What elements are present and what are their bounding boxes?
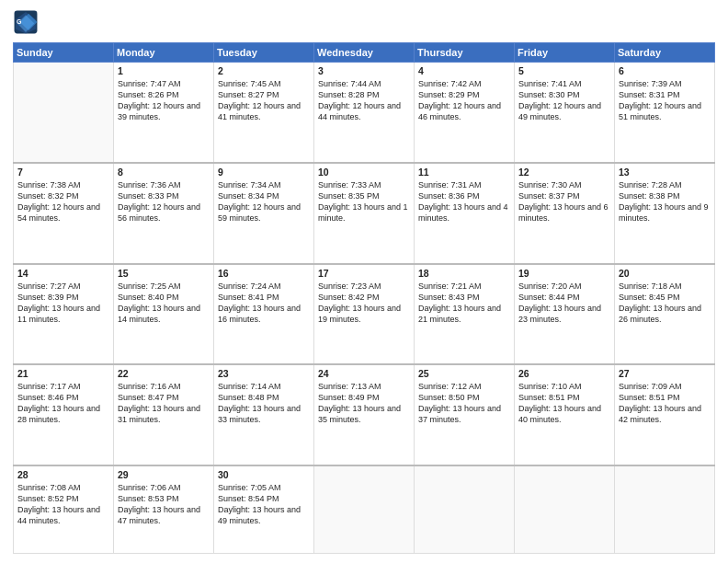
calendar-cell: 4Sunrise: 7:42 AM Sunset: 8:29 PM Daylig… <box>415 63 515 164</box>
weekday-header: Thursday <box>415 43 515 63</box>
calendar-cell: 17Sunrise: 7:23 AM Sunset: 8:42 PM Dayli… <box>314 264 415 365</box>
header: G <box>13 9 715 35</box>
calendar-cell: 9Sunrise: 7:34 AM Sunset: 8:34 PM Daylig… <box>214 163 314 264</box>
day-info: Sunrise: 7:42 AM Sunset: 8:29 PM Dayligh… <box>418 78 510 123</box>
day-info: Sunrise: 7:18 AM Sunset: 8:45 PM Dayligh… <box>619 281 711 326</box>
svg-text:G: G <box>17 18 22 25</box>
day-number: 23 <box>218 368 310 379</box>
calendar-cell <box>515 465 615 554</box>
day-number: 14 <box>17 268 109 279</box>
day-number: 13 <box>619 167 711 178</box>
day-info: Sunrise: 7:28 AM Sunset: 8:38 PM Dayligh… <box>619 179 711 224</box>
calendar-cell: 15Sunrise: 7:25 AM Sunset: 8:40 PM Dayli… <box>114 264 214 365</box>
day-number: 7 <box>17 167 109 178</box>
calendar-cell: 11Sunrise: 7:31 AM Sunset: 8:36 PM Dayli… <box>415 163 515 264</box>
calendar-cell <box>314 465 415 554</box>
day-info: Sunrise: 7:17 AM Sunset: 8:46 PM Dayligh… <box>17 381 109 426</box>
day-info: Sunrise: 7:31 AM Sunset: 8:36 PM Dayligh… <box>418 179 510 224</box>
calendar-cell: 23Sunrise: 7:14 AM Sunset: 8:48 PM Dayli… <box>214 364 314 465</box>
day-info: Sunrise: 7:33 AM Sunset: 8:35 PM Dayligh… <box>318 179 410 224</box>
day-info: Sunrise: 7:25 AM Sunset: 8:40 PM Dayligh… <box>118 281 210 326</box>
weekday-header: Monday <box>114 43 214 63</box>
calendar-cell: 30Sunrise: 7:05 AM Sunset: 8:54 PM Dayli… <box>214 465 314 554</box>
day-info: Sunrise: 7:30 AM Sunset: 8:37 PM Dayligh… <box>518 179 610 224</box>
day-info: Sunrise: 7:27 AM Sunset: 8:39 PM Dayligh… <box>17 281 109 326</box>
day-number: 11 <box>418 167 510 178</box>
calendar-week-row: 7Sunrise: 7:38 AM Sunset: 8:32 PM Daylig… <box>14 163 715 264</box>
weekday-header: Saturday <box>615 43 715 63</box>
calendar-week-row: 28Sunrise: 7:08 AM Sunset: 8:52 PM Dayli… <box>14 465 715 554</box>
day-number: 12 <box>518 167 610 178</box>
page: G SundayMondayTuesdayWednesdayThursdayFr… <box>0 0 728 563</box>
calendar-cell: 26Sunrise: 7:10 AM Sunset: 8:51 PM Dayli… <box>515 364 615 465</box>
day-info: Sunrise: 7:13 AM Sunset: 8:49 PM Dayligh… <box>318 381 410 426</box>
day-number: 9 <box>218 167 310 178</box>
day-number: 24 <box>318 368 410 379</box>
calendar-cell: 20Sunrise: 7:18 AM Sunset: 8:45 PM Dayli… <box>615 264 715 365</box>
day-number: 30 <box>218 469 310 480</box>
day-info: Sunrise: 7:47 AM Sunset: 8:26 PM Dayligh… <box>118 78 210 123</box>
day-info: Sunrise: 7:10 AM Sunset: 8:51 PM Dayligh… <box>518 381 610 426</box>
day-number: 8 <box>118 167 210 178</box>
calendar-cell: 7Sunrise: 7:38 AM Sunset: 8:32 PM Daylig… <box>14 163 114 264</box>
calendar-week-row: 21Sunrise: 7:17 AM Sunset: 8:46 PM Dayli… <box>14 364 715 465</box>
day-number: 17 <box>318 268 410 279</box>
day-number: 16 <box>218 268 310 279</box>
day-number: 2 <box>218 65 310 76</box>
day-number: 20 <box>619 268 711 279</box>
day-info: Sunrise: 7:34 AM Sunset: 8:34 PM Dayligh… <box>218 179 310 224</box>
weekday-header: Tuesday <box>214 43 314 63</box>
day-number: 29 <box>118 469 210 480</box>
day-number: 5 <box>518 65 610 76</box>
logo-icon: G <box>13 9 39 35</box>
day-info: Sunrise: 7:41 AM Sunset: 8:30 PM Dayligh… <box>518 78 610 123</box>
calendar-cell <box>14 63 114 164</box>
day-number: 10 <box>318 167 410 178</box>
calendar-cell: 28Sunrise: 7:08 AM Sunset: 8:52 PM Dayli… <box>14 465 114 554</box>
day-info: Sunrise: 7:05 AM Sunset: 8:54 PM Dayligh… <box>218 482 310 527</box>
calendar-cell: 8Sunrise: 7:36 AM Sunset: 8:33 PM Daylig… <box>114 163 214 264</box>
day-info: Sunrise: 7:06 AM Sunset: 8:53 PM Dayligh… <box>118 482 210 527</box>
calendar-cell: 2Sunrise: 7:45 AM Sunset: 8:27 PM Daylig… <box>214 63 314 164</box>
calendar-cell: 19Sunrise: 7:20 AM Sunset: 8:44 PM Dayli… <box>515 264 615 365</box>
day-number: 28 <box>17 469 109 480</box>
calendar-cell: 29Sunrise: 7:06 AM Sunset: 8:53 PM Dayli… <box>114 465 214 554</box>
day-info: Sunrise: 7:09 AM Sunset: 8:51 PM Dayligh… <box>619 381 711 426</box>
logo: G <box>13 9 42 35</box>
day-info: Sunrise: 7:21 AM Sunset: 8:43 PM Dayligh… <box>418 281 510 326</box>
day-number: 18 <box>418 268 510 279</box>
calendar-cell <box>615 465 715 554</box>
weekday-header: Friday <box>515 43 615 63</box>
calendar-cell: 6Sunrise: 7:39 AM Sunset: 8:31 PM Daylig… <box>615 63 715 164</box>
day-info: Sunrise: 7:20 AM Sunset: 8:44 PM Dayligh… <box>518 281 610 326</box>
calendar-cell: 13Sunrise: 7:28 AM Sunset: 8:38 PM Dayli… <box>615 163 715 264</box>
day-number: 1 <box>118 65 210 76</box>
calendar-cell: 27Sunrise: 7:09 AM Sunset: 8:51 PM Dayli… <box>615 364 715 465</box>
day-info: Sunrise: 7:36 AM Sunset: 8:33 PM Dayligh… <box>118 179 210 224</box>
calendar-cell <box>415 465 515 554</box>
calendar-week-row: 1Sunrise: 7:47 AM Sunset: 8:26 PM Daylig… <box>14 63 715 164</box>
day-info: Sunrise: 7:24 AM Sunset: 8:41 PM Dayligh… <box>218 281 310 326</box>
day-info: Sunrise: 7:14 AM Sunset: 8:48 PM Dayligh… <box>218 381 310 426</box>
day-number: 15 <box>118 268 210 279</box>
calendar-cell: 16Sunrise: 7:24 AM Sunset: 8:41 PM Dayli… <box>214 264 314 365</box>
day-info: Sunrise: 7:39 AM Sunset: 8:31 PM Dayligh… <box>619 78 711 123</box>
calendar-cell: 21Sunrise: 7:17 AM Sunset: 8:46 PM Dayli… <box>14 364 114 465</box>
calendar-cell: 10Sunrise: 7:33 AM Sunset: 8:35 PM Dayli… <box>314 163 415 264</box>
day-number: 19 <box>518 268 610 279</box>
day-info: Sunrise: 7:12 AM Sunset: 8:50 PM Dayligh… <box>418 381 510 426</box>
calendar-cell: 12Sunrise: 7:30 AM Sunset: 8:37 PM Dayli… <box>515 163 615 264</box>
header-row: SundayMondayTuesdayWednesdayThursdayFrid… <box>14 43 715 63</box>
calendar-table: SundayMondayTuesdayWednesdayThursdayFrid… <box>13 42 715 554</box>
day-number: 4 <box>418 65 510 76</box>
day-number: 27 <box>619 368 711 379</box>
weekday-header: Sunday <box>14 43 114 63</box>
day-number: 25 <box>418 368 510 379</box>
calendar-cell: 25Sunrise: 7:12 AM Sunset: 8:50 PM Dayli… <box>415 364 515 465</box>
day-number: 26 <box>518 368 610 379</box>
day-info: Sunrise: 7:44 AM Sunset: 8:28 PM Dayligh… <box>318 78 410 123</box>
calendar-cell: 22Sunrise: 7:16 AM Sunset: 8:47 PM Dayli… <box>114 364 214 465</box>
calendar-cell: 24Sunrise: 7:13 AM Sunset: 8:49 PM Dayli… <box>314 364 415 465</box>
calendar-cell: 1Sunrise: 7:47 AM Sunset: 8:26 PM Daylig… <box>114 63 214 164</box>
day-number: 6 <box>619 65 711 76</box>
